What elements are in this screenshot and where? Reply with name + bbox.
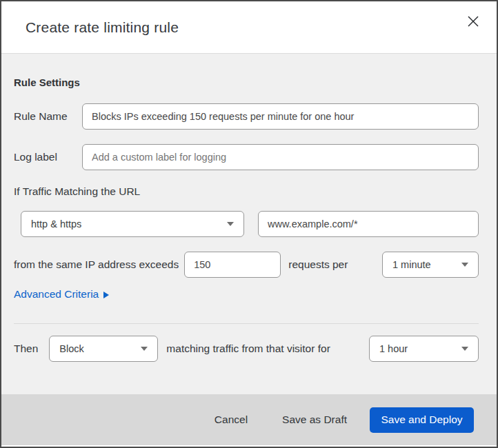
rule-name-row: Rule Name xyxy=(14,103,479,130)
traffic-match-heading: If Traffic Matching the URL xyxy=(14,185,479,198)
modal-title: Create rate limiting rule xyxy=(26,19,179,36)
chevron-down-icon xyxy=(141,347,148,351)
save-and-deploy-button[interactable]: Save and Deploy xyxy=(370,407,474,433)
period-select-value: 1 minute xyxy=(392,259,431,270)
chevron-down-icon xyxy=(227,222,234,226)
log-label-input[interactable] xyxy=(82,144,479,170)
section-divider xyxy=(14,323,479,324)
then-label: Then xyxy=(14,343,38,355)
chevron-down-icon xyxy=(461,347,468,351)
action-middle-label: matching traffic from that visitor for xyxy=(166,343,330,355)
scheme-select-value: http & https xyxy=(31,218,81,230)
rule-settings-heading: Rule Settings xyxy=(14,77,479,89)
url-pattern-input[interactable] xyxy=(258,211,479,237)
threshold-prefix-label: from the same IP address exceeds xyxy=(14,258,179,271)
duration-select[interactable]: 1 hour xyxy=(369,336,479,362)
scheme-select[interactable]: http & https xyxy=(21,211,244,237)
close-button[interactable] xyxy=(464,13,482,31)
period-select[interactable]: 1 minute xyxy=(382,252,479,278)
duration-select-value: 1 hour xyxy=(379,343,408,354)
modal-header: Create rate limiting rule xyxy=(1,1,497,54)
rate-limit-modal: Create rate limiting rule Rule Settings … xyxy=(0,0,498,448)
action-select-value: Block xyxy=(59,343,83,354)
log-label-label: Log label xyxy=(14,151,82,163)
save-as-draft-button[interactable]: Save as Draft xyxy=(279,409,350,430)
modal-footer: Cancel Save as Draft Save and Deploy xyxy=(1,394,497,445)
log-label-row: Log label xyxy=(14,144,479,170)
modal-body: Rule Settings Rule Name Log label If Tra… xyxy=(1,54,497,394)
cancel-button[interactable]: Cancel xyxy=(212,409,250,430)
rule-name-label: Rule Name xyxy=(14,110,82,123)
advanced-criteria-link[interactable]: Advanced Criteria xyxy=(14,288,109,301)
advanced-criteria-row: Advanced Criteria xyxy=(14,288,479,301)
close-icon xyxy=(467,15,479,30)
advanced-criteria-label: Advanced Criteria xyxy=(14,288,99,301)
chevron-down-icon xyxy=(461,263,468,267)
rule-name-input[interactable] xyxy=(82,103,479,130)
request-count-input[interactable] xyxy=(184,252,281,278)
url-match-row: http & https xyxy=(14,211,479,237)
threshold-row: from the same IP address exceeds request… xyxy=(14,252,479,278)
requests-per-label: requests per xyxy=(288,258,348,271)
caret-right-icon xyxy=(103,292,109,298)
action-select[interactable]: Block xyxy=(49,336,158,362)
action-row: Then Block matching traffic from that vi… xyxy=(14,336,479,362)
